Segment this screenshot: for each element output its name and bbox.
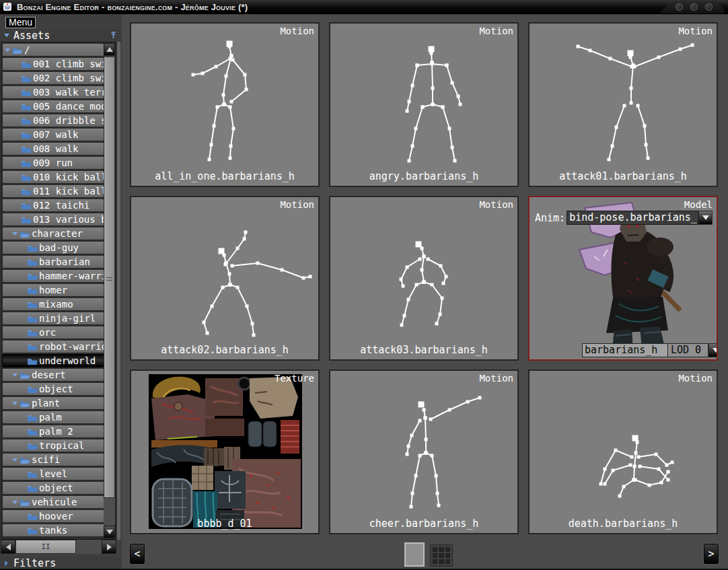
tree-item[interactable]: homer [2,283,104,297]
animation-selector-row: Anim: bind-pose.barbarians_h [535,211,713,225]
scroll-down-button[interactable] [104,526,115,538]
asset-card-angry[interactable]: Motion angry.barbarians_h [329,22,519,187]
tree-item[interactable]: 009_run [2,156,104,170]
tree-item-label: tropical [39,440,84,451]
folder-icon [21,60,32,69]
asset-card-attack02[interactable]: Motion attack02.barbarians_h [130,196,320,361]
tree-item[interactable]: 011_kick_ball [2,184,104,198]
scroll-left-button[interactable] [1,540,15,554]
tree-item-label: 001_climb_swi [33,59,104,69]
animation-combobox[interactable]: bind-pose.barbarians_h [567,211,698,225]
tree-item[interactable]: bad-guy [2,241,104,254]
next-page-button[interactable]: > [704,544,719,564]
tree-item-selected[interactable]: underworld [2,354,104,367]
tree-item[interactable]: robot-warrio [2,340,104,353]
tree-item[interactable]: hoover [2,509,104,523]
asset-type-badge: Motion [479,199,513,210]
tree-item[interactable]: palm [2,411,104,424]
tree-item[interactable]: 007_walk [2,128,104,141]
previous-page-button[interactable]: < [130,544,145,564]
grid-view-button[interactable] [430,544,453,567]
asset-caption: all_in_one.barbarians_h [131,170,318,182]
anim-label: Anim: [535,212,565,224]
tree-item[interactable]: 010_kick_ball [2,170,104,184]
vertical-scroll-thumb[interactable] [104,57,115,498]
scroll-right-button[interactable] [102,540,116,554]
asset-card-attack01[interactable]: Motion attack01.barbarians_h [528,22,718,187]
asset-caption: cheer.barbarians_h [330,518,517,530]
tree-item[interactable]: orc [2,326,104,339]
model-name-field[interactable]: barbarians_h [582,343,668,357]
pin-icon[interactable] [110,31,117,40]
tree-item[interactable]: level [2,467,104,480]
maximize-button[interactable] [690,3,698,11]
skeleton-preview [131,24,318,186]
tree-item[interactable]: 001_climb_swi [2,57,104,71]
lod-combobox[interactable]: LOD 0 [668,343,708,357]
tree-item[interactable]: vehicule [2,495,104,509]
chevron-down-icon[interactable] [5,48,10,52]
tree-item[interactable]: 008_walk [2,142,104,155]
tree-item[interactable]: object [2,382,104,396]
tree-item[interactable]: mixamo [2,297,104,311]
tree-item[interactable]: 002_climb_swi [2,71,104,85]
assets-tree: / 001_climb_swi 002_climb_swi 003_walk_t… [2,43,104,538]
folder-icon [21,116,32,125]
asset-grid: Motion all_in_one.barbarians_h Motion an… [130,22,718,534]
chevron-down-icon[interactable] [12,501,17,504]
asset-card-death[interactable]: Motion death.barbarians_h [528,369,718,534]
asset-card-texture[interactable]: Texture [130,369,320,534]
asset-type-badge: Motion [280,26,314,36]
tree-item[interactable]: turrets [2,538,104,538]
tree-item[interactable]: character [2,227,104,240]
chevron-down-icon[interactable] [12,402,17,405]
tree-item[interactable]: tanks [2,524,104,537]
asset-card-attack03[interactable]: Motion attack03.barbarians_h [329,196,519,361]
open-folder-icon [20,229,30,238]
lod-dropdown-button[interactable] [708,343,718,357]
asset-card-model-selected[interactable]: Model Anim: bind-pose.barbarians_h [528,196,718,361]
tree-item[interactable]: plant [2,396,104,410]
animation-dropdown-button[interactable] [698,211,713,225]
tree-item[interactable]: 012_taichi [2,199,104,212]
chevron-down-icon[interactable] [12,232,17,236]
folder-icon [21,201,32,210]
tree-item[interactable]: / [2,43,104,57]
tree-item[interactable]: hammer-warri [2,269,104,283]
filters-panel-header[interactable]: Filters [0,557,122,569]
tree-item[interactable]: scifi [2,453,104,466]
tree-item[interactable]: tropical [2,439,104,452]
tree-item-label: / [24,44,30,55]
minimize-button[interactable] [676,3,683,11]
tree-item-label: tanks [39,525,67,536]
folder-icon [27,328,38,337]
skeleton-preview [131,197,318,359]
arrow-down-icon [106,530,113,534]
tree-item[interactable]: palm_2 [2,425,104,438]
horizontal-scroll-thumb[interactable]: II [15,540,76,554]
single-view-button[interactable] [404,542,425,567]
tree-item[interactable]: ninja-girl [2,312,104,325]
chevron-down-icon[interactable] [12,458,17,462]
asset-card-cheer[interactable]: Motion cheer.barbarians_h [329,369,519,534]
tree-item-label: 003_walk_terr [33,87,104,98]
close-button[interactable] [705,3,713,11]
horizontal-scroll-track[interactable] [76,540,102,554]
tree-item[interactable]: 003_walk_terr [2,85,104,99]
tree-item[interactable]: desert [2,368,104,382]
tree-item[interactable]: object [2,481,104,495]
folder-icon [27,441,38,450]
tree-item[interactable]: 005_dance_mod [2,100,104,113]
menu-button[interactable]: Menu [5,17,36,28]
scroll-up-button[interactable] [104,43,115,56]
tree-vertical-scrollbar[interactable] [104,43,115,538]
tree-item[interactable]: 013_various_b [2,213,104,226]
tree-horizontal-scrollbar[interactable]: II [1,540,116,554]
asset-card-all-in-one[interactable]: Motion all_in_one.barbarians_h [130,22,320,187]
skeleton-preview [330,371,517,533]
tree-item[interactable]: 006_dribble_s [2,114,104,127]
tree-item[interactable]: barbarian [2,255,104,269]
sidebar-splitter[interactable] [117,42,120,540]
chevron-down-icon[interactable] [12,373,17,377]
assets-panel-header[interactable]: Assets [0,29,122,42]
